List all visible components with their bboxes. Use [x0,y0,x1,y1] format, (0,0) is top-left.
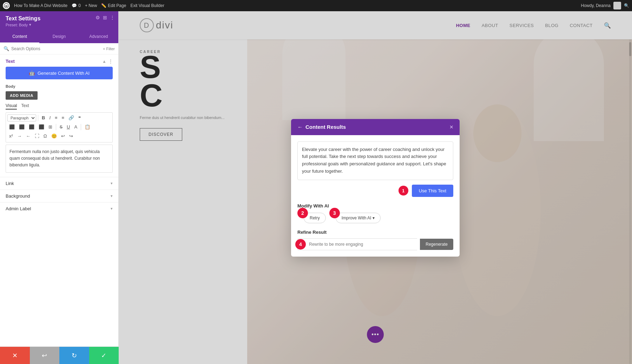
use-this-text-button[interactable]: Use This Text [412,185,453,197]
align-center-button[interactable]: ⬛ [17,123,26,131]
text-tab[interactable]: Text [21,103,29,110]
ordered-list-button[interactable]: ≡ [60,114,66,121]
avatar [613,2,621,9]
paragraph-select[interactable]: Paragraph [7,114,36,121]
section-icons: ▲ ⋮ [102,59,113,64]
section-more-icon[interactable]: ⋮ [108,59,113,64]
badge-4: 4 [295,239,306,250]
generate-ai-button[interactable]: 🤖 Generate Content With AI [6,67,113,79]
toolbar-row-3: x² → ← ⛶ Ω 😊 ↩ ↪ [7,132,75,140]
badge-1: 1 [399,186,408,196]
more-options-icon[interactable]: ⋮ [110,15,115,20]
panel-header: Text Settings Preset: Body ▾ ⚙ ⊞ ⋮ [0,11,118,31]
link-section[interactable]: Link ▾ [0,177,118,190]
indent-button[interactable]: → [15,132,24,140]
website-preview: D divi HOME ABOUT SERVICES BLOG CONTACT … [119,11,632,364]
text-color-button[interactable]: A [72,123,79,131]
strikethrough-button[interactable]: S̶ [58,123,64,131]
panel-preset[interactable]: Preset: Body ▾ [6,22,113,27]
comments-link[interactable]: 💬 0 [72,3,81,8]
unordered-list-button[interactable]: ≡ [53,114,59,121]
search-options-input[interactable] [11,46,101,51]
modal-close-button[interactable]: × [449,124,453,130]
save-button[interactable]: ✓ [89,347,119,364]
paste-button[interactable]: 📋 [83,123,92,131]
improve-with-ai-button[interactable]: Improve With AI ▾ [336,213,381,223]
table-button[interactable]: ⊞ [47,123,54,131]
filter-button[interactable]: + Filter [103,47,115,51]
fullscreen-button[interactable]: ⛶ [33,132,41,140]
chevron-down-icon: ▾ [111,194,113,198]
regenerate-button[interactable]: Regenerate [420,239,453,250]
background-section[interactable]: Background ▾ [0,190,118,202]
search-icon: 🔍 [4,46,9,51]
chevron-down-icon: ▾ [111,206,113,211]
site-name[interactable]: How To Make A Divi Website [14,3,67,8]
bold-button[interactable]: B [40,114,47,121]
chevron-down-icon: ▾ [373,216,375,220]
modal-header: ← Content Results × [291,119,460,135]
retry-wrapper: 2 Retry [304,213,326,223]
text-section: Text ▲ ⋮ 🤖 Generate Content With AI Body… [0,54,118,177]
cancel-button[interactable]: ✕ [0,347,30,364]
underline-button[interactable]: U [65,123,72,131]
tab-advanced[interactable]: Advanced [79,31,118,43]
visual-tab[interactable]: Visual [6,103,17,110]
toolbar-row-1: Paragraph B I ≡ ≡ 🔗 ❝ [7,114,83,121]
align-right-button[interactable]: ⬛ [27,123,36,131]
bottom-bar: ✕ ↩ ↻ ✓ [0,346,119,364]
badge-3: 3 [329,208,340,218]
chevron-up-icon[interactable]: ▲ [102,59,106,64]
special-char-button[interactable]: Ω [42,132,49,140]
modify-label: Modify With AI [297,203,453,209]
tab-content[interactable]: Content [0,31,39,43]
improve-wrapper: 3 Improve With AI ▾ [336,213,381,223]
admin-label-section[interactable]: Admin Label ▾ [0,202,118,215]
align-left-button[interactable]: ⬛ [7,123,17,131]
text-section-title[interactable]: Text ▲ ⋮ [6,59,113,64]
editor-content[interactable]: Fermentum nulla non justo aliquet, quis … [6,145,113,173]
columns-icon[interactable]: ⊞ [103,15,107,20]
refine-row: 4 Regenerate [297,238,453,250]
redo-button[interactable]: ↻ [59,347,89,364]
tab-design[interactable]: Design [39,31,79,43]
settings-icon[interactable]: ⚙ [96,15,100,20]
undo-button[interactable]: ↩ [30,347,60,364]
use-text-row: 1 Use This Text [297,185,453,197]
refine-input[interactable] [297,238,417,250]
content-results-modal: ← Content Results × Elevate your career … [291,119,460,257]
outdent-button[interactable]: ← [24,132,32,140]
main-content: D divi HOME ABOUT SERVICES BLOG CONTACT … [119,11,632,364]
modal-result-textarea[interactable]: Elevate your career with the power of ca… [297,141,453,180]
badge-2: 2 [297,208,308,218]
italic-button[interactable]: I [47,114,52,121]
editor-tabs: Visual Text [6,103,113,110]
refine-label: Refine Result [297,230,453,235]
quote-button[interactable]: ❝ [77,114,83,121]
redo-editor-button[interactable]: ↪ [67,132,75,140]
ai-icon: 🤖 [29,70,35,76]
superscript-button[interactable]: x² [7,132,15,140]
align-justify-button[interactable]: ⬛ [37,123,46,131]
edit-page-button[interactable]: ✏️ Edit Page [101,3,126,8]
left-panel: Text Settings Preset: Body ▾ ⚙ ⊞ ⋮ Conte… [0,11,119,364]
wp-logo[interactable]: W [3,2,10,9]
back-icon[interactable]: ← [297,124,303,130]
modal-body: Elevate your career with the power of ca… [291,135,460,257]
admin-bar: W How To Make A Divi Website 💬 0 + New ✏… [0,0,632,11]
toolbar-row-2: ⬛ ⬛ ⬛ ⬛ ⊞ S̶ U A 📋 [7,123,92,131]
new-content-button[interactable]: + New [85,3,97,8]
svg-text:W: W [5,5,8,7]
panel-header-icons: ⚙ ⊞ ⋮ [96,15,115,20]
panel-tabs: Content Design Advanced [0,31,118,43]
emoji-button[interactable]: 😊 [50,132,59,140]
exit-vb-button[interactable]: Exit Visual Builder [130,3,164,8]
search-icon[interactable]: 🔍 [624,3,629,8]
link-button[interactable]: 🔗 [67,114,76,121]
chevron-down-icon: ▾ [29,22,31,27]
chevron-down-icon: ▾ [111,181,113,186]
add-media-button[interactable]: ADD MEDIA [6,91,38,100]
panel-search-bar: 🔍 + Filter [0,43,118,54]
undo-editor-button[interactable]: ↩ [59,132,67,140]
body-label: Body [6,84,113,88]
